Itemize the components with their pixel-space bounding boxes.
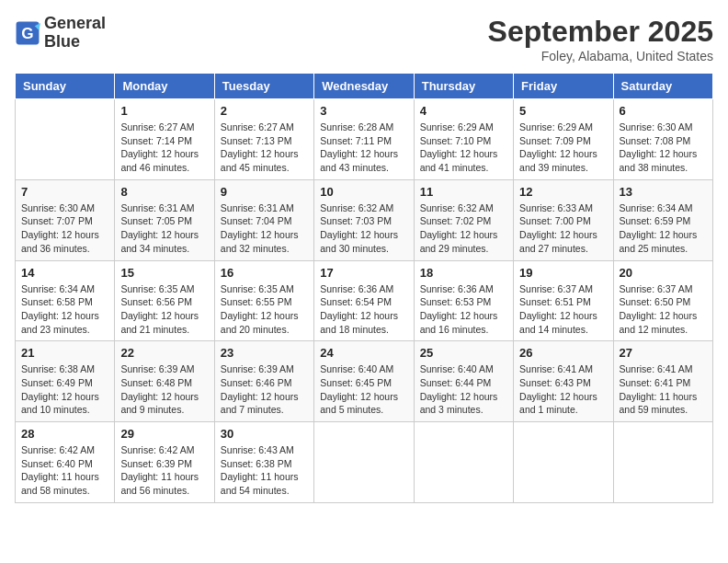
month-title: September 2025 bbox=[488, 15, 713, 49]
day-info: Sunrise: 6:33 AM Sunset: 7:00 PM Dayligh… bbox=[519, 201, 607, 256]
day-info: Sunrise: 6:37 AM Sunset: 6:50 PM Dayligh… bbox=[620, 282, 707, 337]
day-number: 30 bbox=[221, 427, 308, 441]
logo: G General Blue bbox=[15, 15, 106, 52]
calendar-header: Sunday Monday Tuesday Wednesday Thursday… bbox=[16, 74, 713, 99]
day-info: Sunrise: 6:36 AM Sunset: 6:53 PM Dayligh… bbox=[420, 282, 507, 337]
calendar-week-1: 1Sunrise: 6:27 AM Sunset: 7:14 PM Daylig… bbox=[16, 99, 713, 180]
calendar-cell: 28Sunrise: 6:42 AM Sunset: 6:40 PM Dayli… bbox=[16, 422, 115, 503]
col-saturday: Saturday bbox=[613, 74, 712, 99]
calendar-cell: 14Sunrise: 6:34 AM Sunset: 6:58 PM Dayli… bbox=[16, 260, 115, 341]
calendar-cell: 20Sunrise: 6:37 AM Sunset: 6:50 PM Dayli… bbox=[613, 260, 712, 341]
day-info: Sunrise: 6:28 AM Sunset: 7:11 PM Dayligh… bbox=[320, 121, 407, 175]
calendar-cell: 15Sunrise: 6:35 AM Sunset: 6:56 PM Dayli… bbox=[115, 260, 214, 341]
page-header: G General Blue September 2025 Foley, Ala… bbox=[15, 15, 713, 63]
calendar-cell: 10Sunrise: 6:32 AM Sunset: 7:03 PM Dayli… bbox=[314, 179, 414, 260]
day-number: 4 bbox=[420, 104, 507, 118]
calendar-cell: 7Sunrise: 6:30 AM Sunset: 7:07 PM Daylig… bbox=[16, 179, 115, 260]
day-info: Sunrise: 6:37 AM Sunset: 6:51 PM Dayligh… bbox=[519, 282, 607, 337]
calendar-cell: 24Sunrise: 6:40 AM Sunset: 6:45 PM Dayli… bbox=[314, 341, 414, 422]
calendar-week-4: 21Sunrise: 6:38 AM Sunset: 6:49 PM Dayli… bbox=[16, 341, 713, 422]
calendar-cell: 17Sunrise: 6:36 AM Sunset: 6:54 PM Dayli… bbox=[314, 260, 414, 341]
calendar-cell: 27Sunrise: 6:41 AM Sunset: 6:41 PM Dayli… bbox=[613, 341, 712, 422]
day-info: Sunrise: 6:42 AM Sunset: 6:39 PM Dayligh… bbox=[120, 443, 208, 498]
day-info: Sunrise: 6:40 AM Sunset: 6:45 PM Dayligh… bbox=[320, 362, 407, 417]
calendar-week-5: 28Sunrise: 6:42 AM Sunset: 6:40 PM Dayli… bbox=[16, 422, 713, 503]
day-number: 8 bbox=[120, 185, 208, 199]
calendar-week-2: 7Sunrise: 6:30 AM Sunset: 7:07 PM Daylig… bbox=[16, 179, 713, 260]
calendar-week-3: 14Sunrise: 6:34 AM Sunset: 6:58 PM Dayli… bbox=[16, 260, 713, 341]
calendar-cell: 19Sunrise: 6:37 AM Sunset: 6:51 PM Dayli… bbox=[514, 260, 613, 341]
day-number: 19 bbox=[519, 266, 607, 280]
day-number: 2 bbox=[221, 104, 308, 118]
col-monday: Monday bbox=[115, 74, 214, 99]
calendar-cell: 6Sunrise: 6:30 AM Sunset: 7:08 PM Daylig… bbox=[613, 99, 712, 180]
day-info: Sunrise: 6:39 AM Sunset: 6:48 PM Dayligh… bbox=[120, 362, 208, 417]
day-info: Sunrise: 6:41 AM Sunset: 6:41 PM Dayligh… bbox=[620, 362, 707, 417]
logo-text: General Blue bbox=[44, 15, 106, 52]
calendar-cell: 5Sunrise: 6:29 AM Sunset: 7:09 PM Daylig… bbox=[514, 99, 613, 180]
day-number: 9 bbox=[221, 185, 308, 199]
day-number: 16 bbox=[221, 266, 308, 280]
day-info: Sunrise: 6:39 AM Sunset: 6:46 PM Dayligh… bbox=[221, 362, 308, 417]
day-info: Sunrise: 6:31 AM Sunset: 7:05 PM Dayligh… bbox=[120, 201, 208, 256]
day-info: Sunrise: 6:30 AM Sunset: 7:07 PM Dayligh… bbox=[21, 201, 108, 256]
calendar-cell: 4Sunrise: 6:29 AM Sunset: 7:10 PM Daylig… bbox=[414, 99, 513, 180]
calendar-cell: 9Sunrise: 6:31 AM Sunset: 7:04 PM Daylig… bbox=[214, 179, 313, 260]
calendar-cell bbox=[613, 422, 712, 503]
day-number: 24 bbox=[320, 346, 407, 360]
calendar-cell: 18Sunrise: 6:36 AM Sunset: 6:53 PM Dayli… bbox=[414, 260, 513, 341]
day-info: Sunrise: 6:41 AM Sunset: 6:43 PM Dayligh… bbox=[519, 362, 607, 417]
day-info: Sunrise: 6:43 AM Sunset: 6:38 PM Dayligh… bbox=[221, 443, 308, 498]
logo-icon: G bbox=[15, 20, 40, 46]
day-info: Sunrise: 6:29 AM Sunset: 7:10 PM Dayligh… bbox=[420, 121, 507, 175]
day-number: 14 bbox=[21, 266, 108, 280]
calendar-cell bbox=[514, 422, 613, 503]
day-number: 26 bbox=[519, 346, 607, 360]
day-number: 6 bbox=[620, 104, 707, 118]
day-number: 28 bbox=[21, 427, 108, 441]
calendar-cell: 25Sunrise: 6:40 AM Sunset: 6:44 PM Dayli… bbox=[414, 341, 513, 422]
calendar-cell: 26Sunrise: 6:41 AM Sunset: 6:43 PM Dayli… bbox=[514, 341, 613, 422]
calendar-cell: 11Sunrise: 6:32 AM Sunset: 7:02 PM Dayli… bbox=[414, 179, 513, 260]
day-info: Sunrise: 6:40 AM Sunset: 6:44 PM Dayligh… bbox=[420, 362, 507, 417]
calendar-cell bbox=[16, 99, 115, 180]
day-number: 23 bbox=[221, 346, 308, 360]
calendar-cell: 8Sunrise: 6:31 AM Sunset: 7:05 PM Daylig… bbox=[115, 179, 214, 260]
day-info: Sunrise: 6:36 AM Sunset: 6:54 PM Dayligh… bbox=[320, 282, 407, 337]
day-info: Sunrise: 6:35 AM Sunset: 6:55 PM Dayligh… bbox=[221, 282, 308, 337]
svg-text:G: G bbox=[21, 25, 33, 42]
calendar-table: Sunday Monday Tuesday Wednesday Thursday… bbox=[15, 73, 713, 503]
day-number: 12 bbox=[519, 185, 607, 199]
day-number: 5 bbox=[519, 104, 607, 118]
day-info: Sunrise: 6:29 AM Sunset: 7:09 PM Dayligh… bbox=[519, 121, 607, 175]
day-number: 1 bbox=[120, 104, 208, 118]
day-info: Sunrise: 6:31 AM Sunset: 7:04 PM Dayligh… bbox=[221, 201, 308, 256]
calendar-cell: 29Sunrise: 6:42 AM Sunset: 6:39 PM Dayli… bbox=[115, 422, 214, 503]
calendar-cell: 12Sunrise: 6:33 AM Sunset: 7:00 PM Dayli… bbox=[514, 179, 613, 260]
col-sunday: Sunday bbox=[16, 74, 115, 99]
location: Foley, Alabama, United States bbox=[488, 49, 713, 63]
day-info: Sunrise: 6:27 AM Sunset: 7:14 PM Dayligh… bbox=[120, 121, 208, 175]
day-number: 11 bbox=[420, 185, 507, 199]
day-number: 27 bbox=[620, 346, 707, 360]
day-number: 20 bbox=[620, 266, 707, 280]
calendar-cell: 22Sunrise: 6:39 AM Sunset: 6:48 PM Dayli… bbox=[115, 341, 214, 422]
col-tuesday: Tuesday bbox=[214, 74, 313, 99]
calendar-cell: 1Sunrise: 6:27 AM Sunset: 7:14 PM Daylig… bbox=[115, 99, 214, 180]
day-info: Sunrise: 6:42 AM Sunset: 6:40 PM Dayligh… bbox=[21, 443, 108, 498]
calendar-cell bbox=[314, 422, 414, 503]
col-friday: Friday bbox=[514, 74, 613, 99]
day-number: 7 bbox=[21, 185, 108, 199]
col-wednesday: Wednesday bbox=[314, 74, 414, 99]
day-info: Sunrise: 6:34 AM Sunset: 6:58 PM Dayligh… bbox=[21, 282, 108, 337]
calendar-body: 1Sunrise: 6:27 AM Sunset: 7:14 PM Daylig… bbox=[16, 99, 713, 503]
day-info: Sunrise: 6:30 AM Sunset: 7:08 PM Dayligh… bbox=[620, 121, 707, 175]
col-thursday: Thursday bbox=[414, 74, 513, 99]
calendar-cell: 21Sunrise: 6:38 AM Sunset: 6:49 PM Dayli… bbox=[16, 341, 115, 422]
day-number: 10 bbox=[320, 185, 407, 199]
day-info: Sunrise: 6:35 AM Sunset: 6:56 PM Dayligh… bbox=[120, 282, 208, 337]
day-number: 25 bbox=[420, 346, 507, 360]
calendar-cell: 16Sunrise: 6:35 AM Sunset: 6:55 PM Dayli… bbox=[214, 260, 313, 341]
calendar-cell bbox=[414, 422, 513, 503]
header-row: Sunday Monday Tuesday Wednesday Thursday… bbox=[16, 74, 713, 99]
